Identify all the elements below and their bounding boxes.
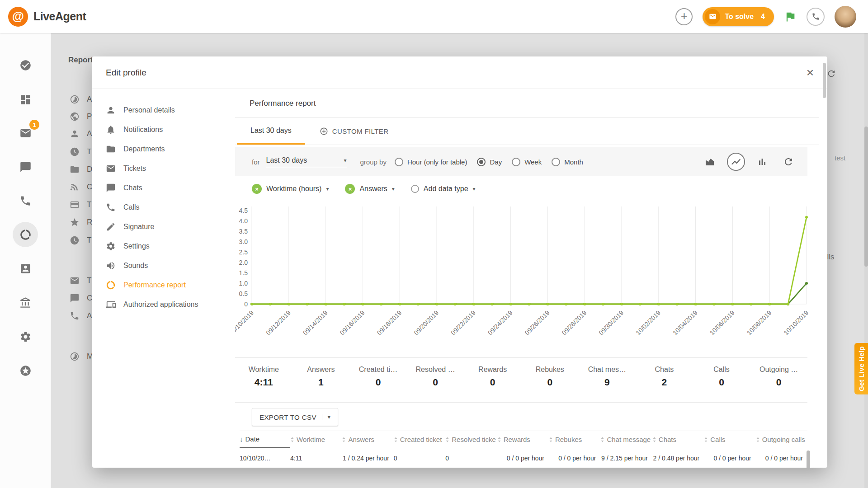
sidebar-item-dashboard[interactable] xyxy=(13,87,38,112)
column-header-calls[interactable]: Calls xyxy=(704,431,755,448)
menu-item-tickets[interactable]: Tickets xyxy=(92,159,235,178)
chat-icon xyxy=(19,161,32,173)
stat-label: Created ti… xyxy=(349,366,407,374)
top-app-bar: @ LiveAgent + To solve 4 xyxy=(0,0,868,33)
sort-icon xyxy=(704,437,708,442)
refresh-button[interactable] xyxy=(779,153,797,171)
svg-text:3.5: 3.5 xyxy=(239,228,248,235)
table-body: 10/10/20…4:111 / 0.24 per hour000 / 0 pe… xyxy=(240,448,807,468)
stat-value: 0 xyxy=(407,377,464,388)
export-to-csv-button[interactable]: EXPORT TO CSV ▾ xyxy=(252,408,338,426)
liveagent-logo-icon: @ xyxy=(8,7,28,27)
menu-item-chats[interactable]: Chats xyxy=(92,178,235,197)
menu-item-label: Chats xyxy=(123,184,142,192)
column-header-created-ticket[interactable]: Created ticket xyxy=(394,431,445,448)
tab-last-30-days[interactable]: Last 30 days xyxy=(237,118,305,145)
folder-icon xyxy=(106,144,116,154)
sidebar-item-chats[interactable] xyxy=(13,154,38,179)
menu-item-label: Personal details xyxy=(123,106,175,114)
menu-item-signature[interactable]: Signature xyxy=(92,217,235,236)
status-flag-button[interactable] xyxy=(784,10,797,23)
menu-item-settings[interactable]: Settings xyxy=(92,237,235,256)
groupby-radio-hour-only-for-table-[interactable]: Hour (only for table) xyxy=(395,158,467,166)
sidebar-item-tickets[interactable]: 1 xyxy=(13,120,38,145)
tab-label: Last 30 days xyxy=(250,127,292,135)
groupby-radio-day[interactable]: Day xyxy=(477,158,502,166)
area-chart-button[interactable] xyxy=(701,153,719,171)
range-select[interactable]: Last 30 days ▾ xyxy=(266,156,347,167)
contact-card-icon xyxy=(19,263,32,275)
column-label: Worktime xyxy=(297,436,325,443)
sort-desc-icon: ↓ xyxy=(240,435,243,443)
data-type-chip-1[interactable]: ×Worktime (hours)▾ xyxy=(252,184,329,194)
group-by-label: group by xyxy=(360,158,387,166)
table-cell: 0 / 0 per hour xyxy=(549,455,600,462)
column-header-outgoing-calls[interactable]: Outgoing calls xyxy=(756,431,807,448)
to-solve-button[interactable]: To solve 4 xyxy=(703,7,774,26)
column-header-answers[interactable]: Answers xyxy=(342,431,393,448)
column-header-rebukes[interactable]: Rebukes xyxy=(549,431,600,448)
column-header-chats[interactable]: Chats xyxy=(652,431,704,448)
groupby-radio-week[interactable]: Week xyxy=(512,158,542,166)
sidebar-item-calls[interactable] xyxy=(13,188,38,213)
column-header-chat-message[interactable]: Chat message xyxy=(600,431,652,448)
menu-item-personal-details[interactable]: Personal details xyxy=(92,101,235,120)
table-cell: 9 / 2.15 per hour xyxy=(600,455,652,462)
line-chart-button[interactable] xyxy=(727,153,745,171)
stat-label: Chats xyxy=(636,366,693,374)
stat-label: Worktime xyxy=(235,366,292,374)
sidebar-item-contacts[interactable] xyxy=(13,256,38,281)
topbar-actions: + To solve 4 xyxy=(675,6,856,28)
bell-icon xyxy=(106,125,116,135)
menu-item-departments[interactable]: Departments xyxy=(92,140,235,159)
sidebar-item-tasks[interactable] xyxy=(13,52,38,78)
bar-chart-button[interactable] xyxy=(753,153,771,171)
sort-icon xyxy=(342,437,346,442)
column-header-rewards[interactable]: Rewards xyxy=(497,431,549,448)
call-status-button[interactable] xyxy=(807,8,825,26)
data-type-chip-2[interactable]: ×Answers▾ xyxy=(345,184,394,194)
brand-logo[interactable]: @ LiveAgent xyxy=(8,7,86,27)
column-header-resolved-ticke[interactable]: Resolved ticke xyxy=(445,431,497,448)
get-live-help-tab[interactable]: Get Live Help xyxy=(854,343,868,394)
svg-text:09/10/2019: 09/10/2019 xyxy=(235,309,255,337)
close-icon[interactable]: × xyxy=(807,66,814,79)
menu-item-notifications[interactable]: Notifications xyxy=(92,120,235,139)
add-data-type-chip[interactable]: Add data type▾ xyxy=(411,185,476,193)
to-solve-count: 4 xyxy=(761,13,765,21)
svg-text:10/06/2019: 10/06/2019 xyxy=(708,309,736,337)
stat-value: 0 xyxy=(464,377,521,388)
svg-text:0: 0 xyxy=(244,300,248,308)
column-header-date[interactable]: ↓Date xyxy=(240,431,290,448)
groupby-radio-month[interactable]: Month xyxy=(552,158,583,166)
dialog-scrollbar[interactable] xyxy=(823,63,826,98)
menu-item-authorized-applications[interactable]: Authorized applications xyxy=(92,295,235,314)
tab-custom-filter[interactable]: CUSTOM FILTER xyxy=(306,118,402,145)
sort-icon xyxy=(600,437,604,442)
chevron-down-icon: ▾ xyxy=(392,186,395,192)
stat-value: 0 xyxy=(521,377,579,388)
menu-item-calls[interactable]: Calls xyxy=(92,198,235,217)
menu-item-performance-report[interactable]: Performance report xyxy=(92,276,235,295)
remove-icon[interactable]: × xyxy=(345,184,355,194)
radio-icon xyxy=(395,158,403,166)
table-scrollbar[interactable] xyxy=(807,450,810,468)
remove-icon[interactable]: × xyxy=(252,184,262,194)
menu-item-sounds[interactable]: Sounds xyxy=(92,256,235,275)
table-row[interactable]: 10/10/20…4:111 / 0.24 per hour000 / 0 pe… xyxy=(240,448,807,468)
svg-text:09/20/2019: 09/20/2019 xyxy=(412,309,440,337)
add-new-button[interactable]: + xyxy=(675,8,693,25)
unread-badge: 1 xyxy=(29,120,39,130)
sidebar-item-settings[interactable] xyxy=(13,324,38,349)
radio-label: Month xyxy=(564,158,583,166)
stat-value: 0 xyxy=(693,377,750,388)
sidebar-item-reports[interactable] xyxy=(13,222,38,247)
donut-icon xyxy=(106,280,116,290)
menu-item-label: Departments xyxy=(123,145,165,153)
sidebar-item-companies[interactable] xyxy=(13,290,38,315)
sidebar-item-plugins[interactable] xyxy=(13,358,38,383)
stat-label: Rebukes xyxy=(521,366,579,374)
radio-label: Week xyxy=(524,158,542,166)
user-avatar[interactable] xyxy=(835,6,856,28)
column-header-worktime[interactable]: Worktime xyxy=(290,431,342,448)
